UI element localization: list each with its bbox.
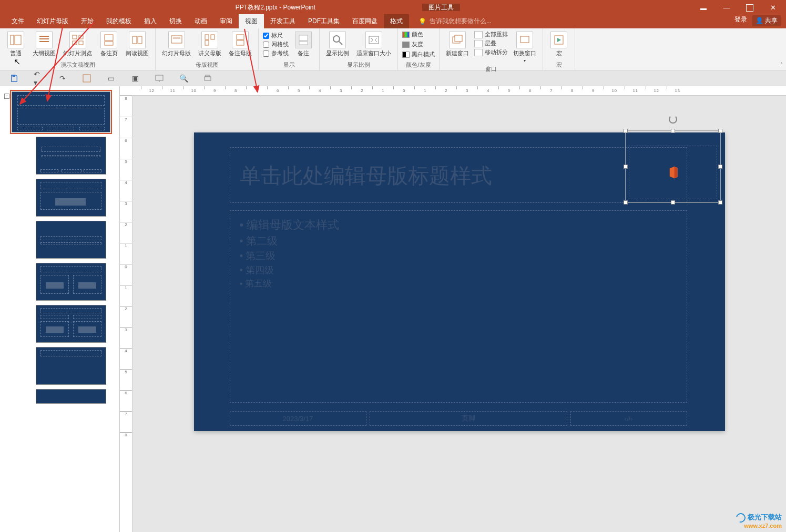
fit-window-button[interactable]: 适应窗口大小 (354, 30, 393, 58)
resize-handle[interactable] (671, 129, 675, 133)
resize-handle[interactable] (624, 129, 628, 133)
tab-pdf-tools[interactable]: PDF工具集 (302, 14, 346, 28)
svg-rect-30 (156, 75, 163, 80)
body-placeholder[interactable]: 编辑母版文本样式 第二级 第三级 第四级 第五级 (230, 210, 687, 403)
zoom-button[interactable]: 显示比例 (324, 30, 351, 58)
grayscale-mode-button[interactable]: 灰度 (402, 40, 435, 48)
collapse-master-icon[interactable]: − (4, 94, 9, 99)
tab-review[interactable]: 审阅 (213, 14, 239, 28)
resize-handle[interactable] (624, 200, 628, 204)
watermark: 极光下载站 www.xz7.com (736, 513, 782, 529)
new-window-button[interactable]: 新建窗口 (444, 30, 471, 58)
normal-view-button[interactable]: 普通 (4, 30, 27, 58)
resize-handle[interactable] (671, 200, 675, 204)
tab-insert[interactable]: 插入 (138, 14, 163, 28)
svg-rect-13 (205, 35, 209, 39)
redo-icon[interactable]: ↷ (58, 74, 67, 83)
guides-checkbox[interactable]: 参考线 (263, 49, 289, 57)
svg-rect-8 (79, 41, 83, 45)
tab-home[interactable]: 开始 (75, 14, 100, 28)
notes-page-button[interactable]: 备注页 (97, 30, 120, 58)
footer-placeholder[interactable]: 页脚 (370, 411, 567, 426)
tab-transition[interactable]: 切换 (163, 14, 188, 28)
tab-format[interactable]: 格式 (384, 14, 409, 28)
master-thumbnail[interactable] (12, 91, 110, 132)
svg-rect-1 (15, 35, 21, 45)
tab-view[interactable]: 视图 (239, 14, 264, 28)
svg-rect-24 (455, 35, 462, 42)
handout-master-button[interactable]: 讲义母版 (196, 30, 223, 58)
layout-thumbnail-5[interactable] (36, 305, 106, 343)
show-group-label: 显示 (263, 60, 315, 69)
layout-thumbnail-7[interactable] (36, 389, 106, 404)
tab-file[interactable]: 文件 (5, 14, 30, 28)
slide-number-placeholder[interactable]: ‹#› (570, 411, 687, 426)
share-button[interactable]: 👤 共享 (752, 15, 781, 26)
office-logo-icon (665, 165, 681, 180)
quick-print-icon[interactable] (203, 74, 212, 83)
svg-rect-4 (39, 41, 49, 42)
slide-sorter-button[interactable]: 幻灯片浏览 (61, 30, 94, 58)
zoom-preview-icon[interactable]: 🔍 (179, 74, 188, 83)
layout-thumbnail-6[interactable] (36, 347, 106, 385)
selected-image-object[interactable] (625, 130, 721, 203)
slideshow-icon[interactable] (155, 74, 164, 83)
undo-icon[interactable]: ↶ ▾ (34, 74, 43, 83)
canvas[interactable]: 单击此处编辑母版标题样式 编辑母版文本样式 第二级 第三级 第四级 第五级 20… (132, 96, 786, 532)
minimize-button[interactable]: — (719, 4, 734, 12)
macros-button[interactable]: 宏 (547, 30, 570, 58)
resize-handle[interactable] (718, 200, 722, 204)
tab-baidu-disk[interactable]: 百度网盘 (346, 14, 384, 28)
login-button[interactable]: 登录 (734, 15, 747, 26)
qat-icon-6[interactable]: ▣ (130, 74, 140, 83)
close-button[interactable]: ✕ (765, 4, 781, 12)
notes-button[interactable]: 备注 (292, 30, 315, 58)
notes-master-button[interactable]: 备注母版 (227, 30, 254, 58)
layout-thumbnail-3[interactable] (36, 221, 106, 259)
maximize-button[interactable] (742, 2, 758, 13)
layout-thumbnail-4[interactable] (36, 263, 106, 301)
gridlines-checkbox[interactable]: 网格线 (263, 40, 289, 48)
lightbulb-icon: 💡 (418, 18, 426, 25)
reading-view-button[interactable]: 阅读视图 (124, 30, 151, 58)
ribbon: 普通 大纲视图 幻灯片浏览 备注页 阅读视图 演示文稿视图 幻灯片母版 讲义母版… (0, 28, 786, 70)
resize-handle[interactable] (718, 129, 722, 133)
save-icon[interactable] (9, 74, 19, 83)
title-placeholder[interactable]: 单击此处编辑母版标题样式 (230, 147, 687, 203)
new-slide-icon[interactable] (82, 74, 91, 83)
tab-developer[interactable]: 开发工具 (264, 14, 302, 28)
rotate-handle-icon[interactable] (669, 115, 677, 124)
tab-slide-master[interactable]: 幻灯片母版 (30, 14, 75, 28)
slide-editor: 121110987654321012345678910111213 876543… (120, 86, 786, 532)
ruler-checkbox[interactable]: 标尺 (263, 32, 289, 39)
tell-me-search[interactable]: 💡 告诉我您想要做什么... (418, 17, 492, 28)
svg-point-20 (333, 36, 340, 42)
layout-thumbnail-2[interactable] (36, 179, 106, 217)
svg-rect-10 (105, 42, 113, 45)
svg-rect-3 (39, 38, 49, 39)
cascade-button[interactable]: 层叠 (474, 39, 508, 47)
resize-handle[interactable] (718, 165, 722, 169)
titlebar: PPT教程2.pptx - PowerPoint 图片工具 — ✕ (0, 0, 786, 15)
outline-view-button[interactable]: 大纲视图 (30, 30, 58, 58)
window-title: PPT教程2.pptx - PowerPoint 图片工具 (0, 0, 696, 15)
bw-mode-button[interactable]: 黑白模式 (402, 50, 435, 58)
resize-handle[interactable] (624, 165, 628, 169)
tab-my-template[interactable]: 我的模板 (100, 14, 138, 28)
slide-thumbnails-panel[interactable]: − (0, 86, 120, 532)
arrange-all-button[interactable]: 全部重排 (474, 30, 508, 38)
tab-animation[interactable]: 动画 (188, 14, 213, 28)
qat-icon-5[interactable]: ▭ (106, 74, 116, 83)
switch-windows-button[interactable]: 切换窗口▾ (511, 30, 538, 64)
ribbon-display-options-icon[interactable] (696, 4, 711, 12)
collapse-ribbon-icon[interactable]: ˄ (780, 62, 783, 68)
svg-rect-6 (79, 35, 83, 39)
color-mode-button[interactable]: 颜色 (402, 30, 435, 38)
date-placeholder[interactable]: 2023/3/17 (230, 411, 366, 426)
color-group-label: 颜色/灰度 (402, 60, 435, 69)
slide-master-button[interactable]: 幻灯片母版 (160, 30, 193, 58)
master-slide[interactable]: 单击此处编辑母版标题样式 编辑母版文本样式 第二级 第三级 第四级 第五级 20… (194, 132, 725, 431)
move-split-button[interactable]: 移动拆分 (474, 48, 508, 56)
svg-rect-16 (237, 35, 244, 39)
layout-thumbnail-1[interactable] (36, 137, 106, 175)
